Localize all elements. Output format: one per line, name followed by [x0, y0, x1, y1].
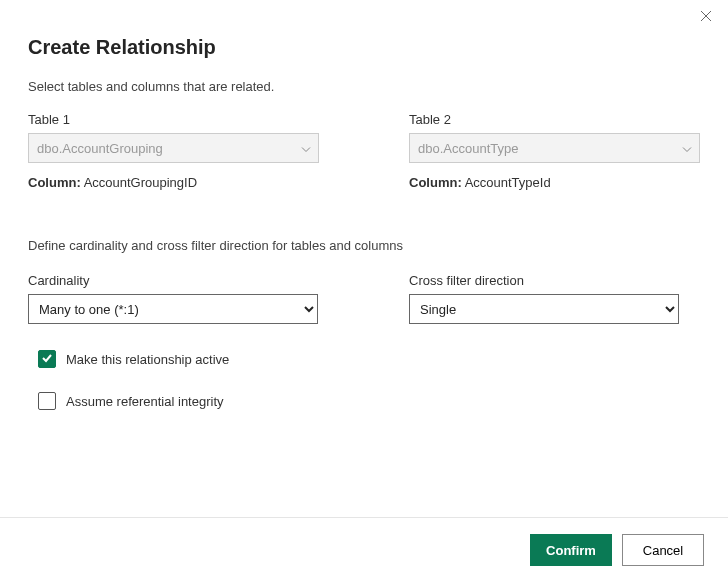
- active-checkbox-label: Make this relationship active: [66, 352, 229, 367]
- table1-column-line: Column: AccountGroupingID: [28, 175, 319, 190]
- active-check-row: Make this relationship active: [38, 350, 700, 368]
- cardinality-row: Cardinality Many to one (*:1) Cross filt…: [28, 273, 700, 324]
- dialog-footer: Confirm Cancel: [0, 517, 728, 582]
- table1-select[interactable]: [28, 133, 319, 163]
- table2-select[interactable]: [409, 133, 700, 163]
- cardinality-label: Cardinality: [28, 273, 319, 288]
- checkmark-icon: [41, 352, 53, 367]
- table2-column-label: Column:: [409, 175, 462, 190]
- active-checkbox[interactable]: [38, 350, 56, 368]
- crossfilter-group: Cross filter direction Single: [409, 273, 700, 324]
- referential-checkbox-label: Assume referential integrity: [66, 394, 224, 409]
- tables-row: Table 1 Column: AccountGroupingID Table …: [28, 112, 700, 190]
- crossfilter-select[interactable]: Single: [409, 294, 679, 324]
- referential-check-row: Assume referential integrity: [38, 392, 700, 410]
- table1-select-wrap[interactable]: [28, 133, 319, 163]
- dialog-subtitle: Select tables and columns that are relat…: [28, 79, 700, 94]
- table2-group: Table 2 Column: AccountTypeId: [409, 112, 700, 190]
- checkbox-section: Make this relationship active Assume ref…: [28, 350, 700, 410]
- confirm-button[interactable]: Confirm: [530, 534, 612, 566]
- close-icon: [700, 10, 712, 25]
- table1-label: Table 1: [28, 112, 319, 127]
- referential-checkbox[interactable]: [38, 392, 56, 410]
- table1-group: Table 1 Column: AccountGroupingID: [28, 112, 319, 190]
- cardinality-group: Cardinality Many to one (*:1): [28, 273, 319, 324]
- dialog-title: Create Relationship: [28, 36, 700, 59]
- table1-column-label: Column:: [28, 175, 81, 190]
- crossfilter-label: Cross filter direction: [409, 273, 700, 288]
- table2-column-line: Column: AccountTypeId: [409, 175, 700, 190]
- cancel-button[interactable]: Cancel: [622, 534, 704, 566]
- table2-column-value: AccountTypeId: [465, 175, 551, 190]
- table2-select-wrap[interactable]: [409, 133, 700, 163]
- section-cardinality-desc: Define cardinality and cross filter dire…: [28, 238, 700, 253]
- cardinality-select[interactable]: Many to one (*:1): [28, 294, 318, 324]
- table2-label: Table 2: [409, 112, 700, 127]
- create-relationship-dialog: Create Relationship Select tables and co…: [0, 0, 728, 520]
- close-button[interactable]: [700, 10, 716, 26]
- table1-column-value: AccountGroupingID: [84, 175, 197, 190]
